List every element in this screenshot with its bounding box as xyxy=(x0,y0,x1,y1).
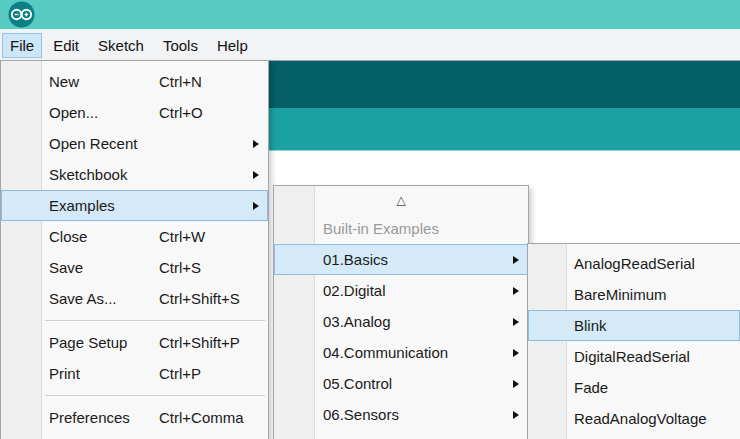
menu-item-shortcut: Ctrl+Comma xyxy=(159,409,267,426)
menu-item-label: Sketchbook xyxy=(49,166,159,183)
menu-item-preferences[interactable]: PreferencesCtrl+Comma xyxy=(1,402,268,433)
menubar-item-file[interactable]: File xyxy=(2,33,42,58)
menu-item-label: Save xyxy=(49,259,159,276)
menu-item-page-setup[interactable]: Page SetupCtrl+Shift+P xyxy=(1,327,268,358)
menu-item-04-communication[interactable]: 04.Communication xyxy=(274,337,528,368)
menu-item-label: Page Setup xyxy=(49,334,159,351)
submenu-arrow-icon xyxy=(253,140,259,148)
menu-item-shortcut: Ctrl+Shift+S xyxy=(159,290,267,307)
menu-item-label: Examples xyxy=(49,197,159,214)
submenu-arrow-icon xyxy=(513,411,519,419)
menu-item-fade[interactable]: Fade xyxy=(528,372,740,403)
menu-item-label: Close xyxy=(49,228,159,245)
menu-item-close[interactable]: CloseCtrl+W xyxy=(1,221,268,252)
menu-item-shortcut: Ctrl+P xyxy=(159,365,267,382)
menu-item-save[interactable]: SaveCtrl+S xyxy=(1,252,268,283)
menu-item-shortcut: Ctrl+N xyxy=(159,73,267,90)
menu-item-open[interactable]: Open...Ctrl+O xyxy=(1,97,268,128)
menu-item-analogreadserial[interactable]: AnalogReadSerial xyxy=(528,248,740,279)
menu-item-shortcut: Ctrl+O xyxy=(159,104,267,121)
submenu-arrow-icon xyxy=(253,202,259,210)
submenu-arrow-icon xyxy=(513,349,519,357)
submenu-arrow-icon xyxy=(513,380,519,388)
menu-item-shortcut: Ctrl+S xyxy=(159,259,267,276)
menu-separator xyxy=(1,314,268,327)
examples-submenu: △ Built-in Examples01.Basics02.Digital03… xyxy=(273,185,529,439)
menu-item-new[interactable]: NewCtrl+N xyxy=(1,66,268,97)
menu-item-open-recent[interactable]: Open Recent xyxy=(1,128,268,159)
menu-item-03-analog[interactable]: 03.Analog xyxy=(274,306,528,337)
submenu-arrow-icon xyxy=(513,318,519,326)
menu-item-label: Blink xyxy=(574,317,607,334)
menu-item-bareminimum[interactable]: BareMinimum xyxy=(528,279,740,310)
menu-item-label: 05.Control xyxy=(323,375,392,392)
submenu-arrow-icon xyxy=(253,171,259,179)
menu-item-print[interactable]: PrintCtrl+P xyxy=(1,358,268,389)
menu-item-digitalreadserial[interactable]: DigitalReadSerial xyxy=(528,341,740,372)
menu-item-shortcut: Ctrl+W xyxy=(159,228,267,245)
menubar-item-edit[interactable]: Edit xyxy=(45,33,87,58)
menu-item-shortcut: Ctrl+Shift+P xyxy=(159,334,267,351)
menu-separator xyxy=(1,389,268,402)
menu-item-label: New xyxy=(49,73,159,90)
menu-item-label: Open... xyxy=(49,104,159,121)
menubar-item-sketch[interactable]: Sketch xyxy=(90,33,152,58)
menu-item-label: Print xyxy=(49,365,159,382)
menubar-item-help[interactable]: Help xyxy=(209,33,256,58)
menu-item-label: Open Recent xyxy=(49,135,159,152)
menu-item-label: ReadAnalogVoltage xyxy=(574,410,707,427)
submenu-arrow-icon xyxy=(513,287,519,295)
menu-item-label: 04.Communication xyxy=(323,344,448,361)
basics-submenu: AnalogReadSerialBareMinimumBlinkDigitalR… xyxy=(527,243,740,439)
menu-item-sketchbook[interactable]: Sketchbook xyxy=(1,159,268,190)
menu-item-examples[interactable]: Examples xyxy=(1,190,268,221)
menu-item-blink[interactable]: Blink xyxy=(528,310,740,341)
menu-item-label: BareMinimum xyxy=(574,286,667,303)
menu-item-label: Built-in Examples xyxy=(323,220,439,237)
menu-item-05-control[interactable]: 05.Control xyxy=(274,368,528,399)
menu-bar: FileEditSketchToolsHelp xyxy=(0,31,740,60)
menu-item-readanalogvoltage[interactable]: ReadAnalogVoltage xyxy=(528,403,740,434)
submenu-arrow-icon xyxy=(513,256,519,264)
title-bar xyxy=(0,0,740,31)
menu-item-label: AnalogReadSerial xyxy=(574,255,695,272)
scroll-up-icon[interactable]: △ xyxy=(274,186,528,213)
menu-item-06-sensors[interactable]: 06.Sensors xyxy=(274,399,528,430)
menu-header-built-in-examples: Built-in Examples xyxy=(274,213,528,244)
file-menu-dropdown: NewCtrl+NOpen...Ctrl+OOpen RecentSketchb… xyxy=(0,60,269,439)
menu-item-label: DigitalReadSerial xyxy=(574,348,690,365)
menu-item-label: 01.Basics xyxy=(323,251,388,268)
menubar-item-tools[interactable]: Tools xyxy=(155,33,206,58)
menu-item-01-basics[interactable]: 01.Basics xyxy=(274,244,528,275)
menu-item-label: 06.Sensors xyxy=(323,406,399,423)
menu-item-save-as[interactable]: Save As...Ctrl+Shift+S xyxy=(1,283,268,314)
menu-item-label: 03.Analog xyxy=(323,313,391,330)
arduino-logo-icon xyxy=(8,1,35,28)
menu-item-02-digital[interactable]: 02.Digital xyxy=(274,275,528,306)
menu-item-label: Preferences xyxy=(49,409,159,426)
menu-item-label: 02.Digital xyxy=(323,282,386,299)
menu-item-label: Fade xyxy=(574,379,608,396)
menu-item-label: Save As... xyxy=(49,290,159,307)
